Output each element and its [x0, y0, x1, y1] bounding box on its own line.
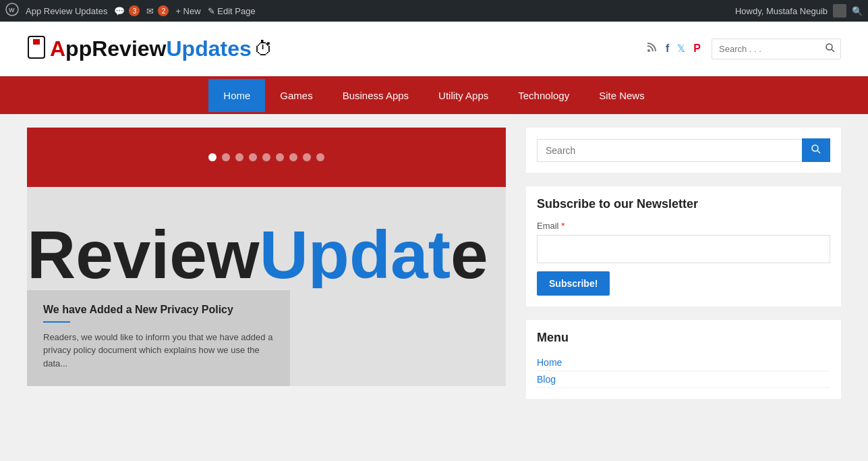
slider-dots-bar: [27, 128, 506, 187]
slide-dot-4[interactable]: [249, 153, 257, 161]
admin-search-icon: 🔍: [852, 6, 863, 16]
nav-item-games[interactable]: Games: [265, 79, 327, 112]
comment-icon: 💬: [114, 6, 125, 16]
wp-icon: W: [5, 3, 19, 20]
menu-widget-title: Menu: [537, 331, 830, 345]
rss-icon[interactable]: [647, 42, 658, 55]
messages-badge: 2: [158, 5, 169, 16]
slide-dot-7[interactable]: [289, 153, 297, 161]
slide-dot-8[interactable]: [303, 153, 311, 161]
social-icons: f 𝕏 P: [647, 42, 701, 55]
slider-area: ReviewUpdate We have Added a New Privacy…: [27, 128, 506, 399]
new-button[interactable]: + New: [175, 6, 200, 16]
svg-text:W: W: [9, 7, 15, 13]
pinterest-icon[interactable]: P: [693, 43, 701, 55]
avatar-icon: [833, 4, 846, 18]
new-label: + New: [175, 6, 200, 16]
slide-bg-blue: Updat: [260, 221, 451, 288]
howdy-user[interactable]: Howdy, Mustafa Neguib: [735, 6, 828, 16]
phone-icon: [27, 35, 46, 59]
user-avatar[interactable]: [833, 4, 846, 18]
sidebar: Subscribe to our Newsletter Email * Subs…: [526, 128, 841, 399]
newsletter-widget: Subscribe to our Newsletter Email * Subs…: [526, 186, 841, 306]
svg-point-4: [647, 49, 650, 52]
header-right: f 𝕏 P: [647, 38, 841, 59]
site-logo[interactable]: AppReviewUpdates ⏱: [27, 35, 273, 62]
slide-bg-black: Review: [27, 221, 260, 288]
comments-button[interactable]: 💬 3: [114, 5, 140, 16]
newsletter-title: Subscribe to our Newsletter: [537, 197, 830, 211]
menu-widget: Menu Home Blog: [526, 320, 841, 399]
facebook-icon[interactable]: f: [666, 43, 669, 55]
nav-item-technology[interactable]: Technology: [503, 79, 584, 112]
messages-button[interactable]: ✉ 2: [146, 5, 169, 16]
svg-rect-3: [33, 39, 40, 45]
nav-item-home[interactable]: Home: [208, 79, 265, 112]
clock-icon: ⏱: [254, 38, 273, 60]
slide-excerpt: Readers, we would like to inform you tha…: [43, 331, 274, 371]
slide-title-underline: [43, 321, 70, 323]
header-search-box: [712, 38, 841, 59]
slide-bg-text: ReviewUpdate: [27, 221, 506, 288]
edit-label: ✎ Edit Page: [208, 6, 256, 16]
admin-bar: W App Review Updates 💬 3 ✉ 2 + New ✎ Edi…: [0, 0, 868, 22]
admin-search-button[interactable]: 🔍: [852, 6, 863, 16]
svg-point-7: [812, 145, 818, 151]
header-search-button[interactable]: [820, 39, 840, 59]
edit-page-button[interactable]: ✎ Edit Page: [208, 6, 256, 16]
slide-dot-1[interactable]: [208, 153, 216, 161]
email-label-text: Email: [537, 221, 559, 231]
svg-line-8: [817, 151, 820, 153]
nav-item-business-apps[interactable]: Business Apps: [328, 79, 424, 112]
nav-item-site-news[interactable]: Site News: [584, 79, 660, 112]
howdy-text: Howdy, Mustafa Neguib: [735, 6, 828, 16]
site-name-label: App Review Updates: [26, 6, 107, 16]
svg-line-6: [832, 49, 834, 52]
menu-item-blog[interactable]: Blog: [537, 371, 830, 388]
wp-logo-button[interactable]: W: [5, 3, 19, 20]
message-icon: ✉: [146, 6, 154, 16]
slider-dots: [208, 153, 324, 161]
sidebar-search-button[interactable]: [802, 138, 830, 162]
slide-dot-9[interactable]: [316, 153, 324, 161]
menu-item-home[interactable]: Home: [537, 354, 830, 371]
site-header: AppReviewUpdates ⏱ f 𝕏 P: [0, 22, 868, 76]
required-star: *: [561, 221, 565, 231]
search-widget: [526, 128, 841, 173]
email-input[interactable]: [537, 235, 830, 263]
twitter-icon[interactable]: 𝕏: [677, 43, 685, 55]
slide-dot-6[interactable]: [276, 153, 284, 161]
svg-point-5: [826, 44, 832, 50]
header-search-input[interactable]: [712, 40, 820, 58]
sidebar-search-icon: [811, 144, 821, 154]
slide-content: ReviewUpdate We have Added a New Privacy…: [27, 187, 506, 386]
logo-text: AppReviewUpdates: [50, 38, 252, 59]
slide-dot-2[interactable]: [222, 153, 230, 161]
slide-overlay: We have Added a New Privacy Policy Reade…: [27, 290, 290, 387]
search-icon: [826, 43, 835, 53]
subscribe-button[interactable]: Subscribe!: [537, 271, 610, 296]
nav-items: Home Games Business Apps Utility Apps Te…: [208, 79, 659, 112]
comments-badge: 3: [129, 5, 140, 16]
admin-bar-right: Howdy, Mustafa Neguib 🔍: [735, 4, 863, 18]
slide-bg-end: e: [451, 221, 488, 288]
nav-item-utility-apps[interactable]: Utility Apps: [424, 79, 503, 112]
site-name-button[interactable]: App Review Updates: [26, 6, 107, 16]
slide-dot-3[interactable]: [235, 153, 243, 161]
email-label: Email *: [537, 221, 830, 231]
admin-bar-left: W App Review Updates 💬 3 ✉ 2 + New ✎ Edi…: [5, 3, 727, 20]
main-nav: Home Games Business Apps Utility Apps Te…: [0, 76, 868, 114]
slide-dot-5[interactable]: [262, 153, 270, 161]
slide-title: We have Added a New Privacy Policy: [43, 304, 274, 316]
main-content: ReviewUpdate We have Added a New Privacy…: [0, 114, 868, 412]
sidebar-search-input[interactable]: [537, 139, 802, 162]
